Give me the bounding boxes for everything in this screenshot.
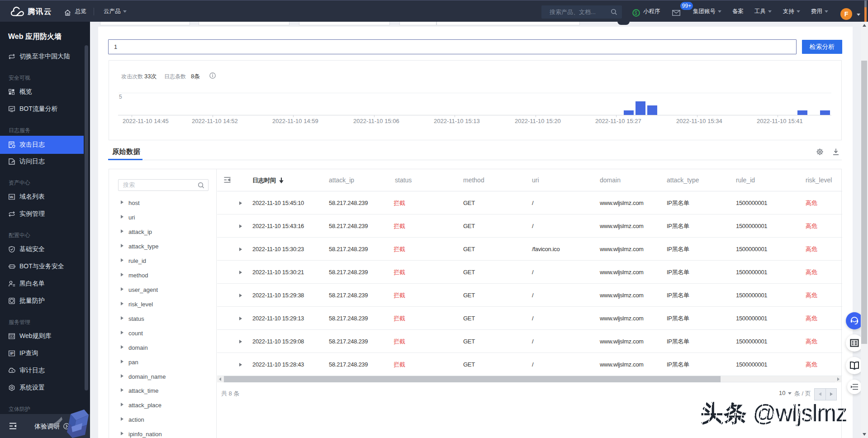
svg-text:IP: IP (10, 351, 14, 356)
svg-text:W.: W. (9, 195, 14, 199)
